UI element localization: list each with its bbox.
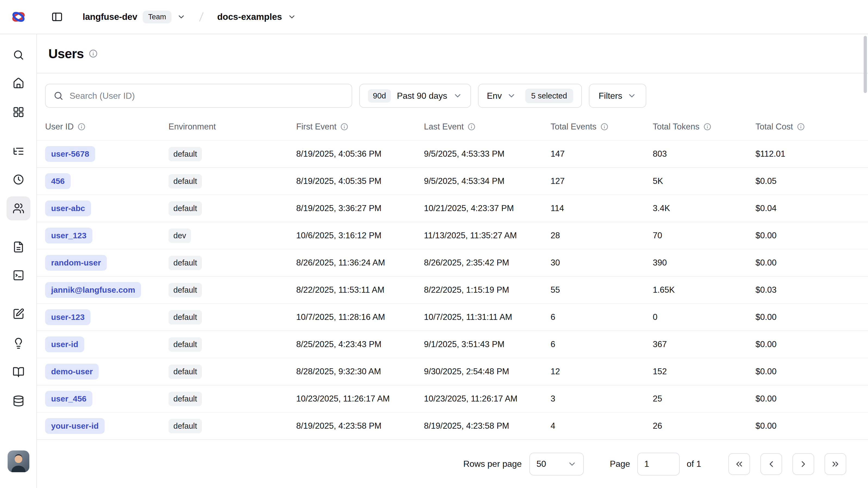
table-row[interactable]: demo-userdefault8/28/2025, 9:32:30 AM9/3… (37, 358, 868, 385)
last-event-cell: 9/30/2025, 2:54:48 PM (416, 358, 542, 385)
environment-filter-button[interactable]: Env 5 selected (478, 84, 582, 108)
info-icon[interactable] (467, 123, 475, 131)
user-avatar[interactable] (8, 451, 29, 472)
users-table-body: user-5678default8/19/2025, 4:05:36 PM9/5… (37, 140, 868, 439)
last-event-cell: 9/5/2025, 4:53:34 PM (416, 168, 542, 195)
column-label: Total Events (551, 122, 596, 132)
column-header-total-cost[interactable]: Total Cost (747, 113, 868, 140)
sidebar-item-search[interactable] (6, 43, 30, 67)
table-row[interactable]: jannik@langfuse.comdefault8/22/2025, 11:… (37, 276, 868, 304)
last-event-cell: 8/26/2025, 2:35:42 PM (416, 249, 542, 276)
sidebar-item-playground[interactable] (6, 263, 30, 287)
total-events-cell: 30 (542, 249, 645, 276)
environment-badge: default (168, 365, 202, 379)
previous-page-button[interactable] (761, 453, 782, 475)
user-id-badge[interactable]: 456 (45, 173, 71, 189)
table-row[interactable]: user-abcdefault8/19/2025, 3:36:27 PM10/2… (37, 195, 868, 222)
total-cost-cell: $112.01 (747, 140, 868, 168)
search-input[interactable] (69, 91, 344, 101)
column-label: First Event (296, 122, 336, 132)
user-id-badge[interactable]: demo-user (45, 364, 99, 379)
table-row[interactable]: your-user-iddefault8/19/2025, 4:23:58 PM… (37, 412, 868, 439)
sidebar-item-prompts[interactable] (6, 235, 30, 259)
first-page-button[interactable] (728, 453, 750, 475)
scrollbar[interactable] (864, 36, 867, 93)
user-id-cell: user-abc (37, 195, 160, 222)
chevron-down-icon (287, 12, 296, 21)
table-row[interactable]: user_456default10/23/2025, 11:26:17 AM10… (37, 385, 868, 412)
table-row[interactable]: user-iddefault8/25/2025, 4:23:43 PM9/1/2… (37, 331, 868, 358)
info-icon[interactable] (600, 123, 609, 131)
info-icon[interactable] (797, 123, 805, 131)
sidebar-item-home[interactable] (6, 71, 30, 95)
total-cost-cell: $0.00 (747, 304, 868, 331)
first-event-cell: 8/19/2025, 4:05:35 PM (288, 168, 416, 195)
column-header-user-id[interactable]: User ID (37, 113, 160, 140)
total-events-cell: 127 (542, 168, 645, 195)
user-id-badge[interactable]: user-id (45, 337, 84, 352)
project-switcher[interactable]: docs-examples (217, 12, 296, 22)
column-header-environment[interactable]: Environment (160, 113, 288, 140)
total-tokens-cell: 803 (645, 140, 747, 168)
filters-button[interactable]: Filters (589, 84, 646, 108)
sidebar-toggle-button[interactable] (48, 8, 66, 26)
info-icon[interactable] (340, 123, 348, 131)
org-switcher[interactable]: langfuse-dev Team (83, 10, 186, 23)
sidebar-item-datasets[interactable] (6, 389, 30, 413)
sidebar (0, 34, 37, 488)
home-icon (12, 77, 25, 89)
total-events-cell: 6 (542, 331, 645, 358)
user-id-cell: jannik@langfuse.com (37, 276, 160, 304)
langfuse-logo[interactable] (0, 9, 37, 25)
file-text-icon (12, 241, 25, 253)
info-icon[interactable] (89, 49, 98, 58)
total-cost-cell: $0.04 (747, 195, 868, 222)
total-events-cell: 6 (542, 304, 645, 331)
column-header-total-tokens[interactable]: Total Tokens (645, 113, 747, 140)
user-id-badge[interactable]: your-user-id (45, 418, 105, 434)
last-event-cell: 11/13/2025, 11:35:27 AM (416, 222, 542, 249)
total-cost-cell: $0.00 (747, 249, 868, 276)
sidebar-item-insights[interactable] (6, 331, 30, 355)
sidebar-item-users[interactable] (6, 196, 30, 220)
table-row[interactable]: user-5678default8/19/2025, 4:05:36 PM9/5… (37, 140, 868, 168)
total-pages-label: of 1 (687, 459, 701, 469)
sidebar-item-sessions[interactable] (6, 168, 30, 192)
column-header-first-event[interactable]: First Event (288, 113, 416, 140)
filters-label: Filters (599, 91, 622, 101)
user-id-badge[interactable]: user_123 (45, 228, 92, 243)
table-row[interactable]: user-123default10/7/2025, 11:28:16 AM10/… (37, 304, 868, 331)
date-range-button[interactable]: 90d Past 90 days (359, 84, 471, 108)
user-id-badge[interactable]: user_456 (45, 391, 92, 407)
sidebar-item-annotation[interactable] (6, 360, 30, 384)
environment-cell: default (160, 195, 288, 222)
last-page-button[interactable] (825, 453, 846, 475)
user-id-cell: user-123 (37, 304, 160, 331)
next-page-button[interactable] (793, 453, 814, 475)
first-event-cell: 8/28/2025, 9:32:30 AM (288, 358, 416, 385)
page-input[interactable] (637, 453, 680, 476)
user-id-badge[interactable]: user-abc (45, 200, 91, 216)
table-row[interactable]: random-userdefault8/26/2025, 11:36:24 AM… (37, 249, 868, 276)
rows-per-page-select[interactable]: 50 (529, 453, 584, 476)
total-events-cell: 114 (542, 195, 645, 222)
info-icon[interactable] (703, 123, 711, 131)
page-title: Users (49, 46, 84, 61)
column-header-last-event[interactable]: Last Event (416, 113, 542, 140)
column-header-total-events[interactable]: Total Events (542, 113, 645, 140)
user-id-badge[interactable]: user-5678 (45, 146, 95, 162)
sidebar-item-judge[interactable] (6, 302, 30, 326)
breadcrumb: langfuse-dev Team docs-examples (83, 10, 296, 23)
sidebar-item-tracing[interactable] (6, 139, 30, 163)
user-id-badge[interactable]: random-user (45, 255, 107, 271)
table-row[interactable]: user_123dev10/6/2025, 3:16:12 PM11/13/20… (37, 222, 868, 249)
table-row[interactable]: 456default8/19/2025, 4:05:35 PM9/5/2025,… (37, 168, 868, 195)
sidebar-item-dashboards[interactable] (6, 100, 30, 124)
user-id-cell: 456 (37, 168, 160, 195)
user-id-badge[interactable]: user-123 (45, 309, 91, 325)
first-event-cell: 8/19/2025, 4:05:36 PM (288, 140, 416, 168)
total-cost-cell: $0.05 (747, 168, 868, 195)
book-open-icon (12, 366, 25, 378)
user-id-badge[interactable]: jannik@langfuse.com (45, 282, 141, 298)
info-icon[interactable] (78, 123, 86, 131)
